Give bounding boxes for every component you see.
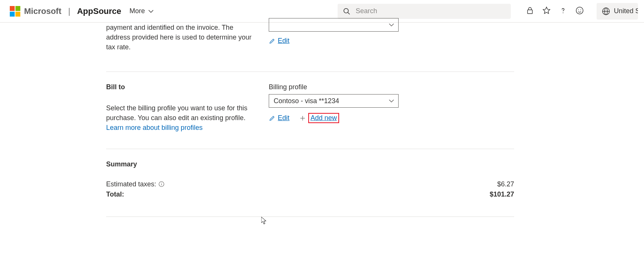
region-label: United Stat: [614, 7, 638, 15]
billing-profile-value: Contoso - visa **1234: [274, 97, 339, 105]
sold-to-select[interactable]: [269, 18, 399, 32]
sold-to-desc-fragment: payment and identified on the invoice. T…: [106, 23, 254, 52]
bill-to-title: Bill to: [106, 83, 254, 91]
summary-title: Summary: [106, 160, 514, 168]
summary-taxes-row: Estimated taxes: $6.27: [106, 180, 514, 188]
svg-rect-2: [528, 10, 533, 14]
pencil-icon: [269, 115, 276, 122]
summary-section: Summary Estimated taxes: $6.27 Total: $1…: [106, 160, 514, 217]
chevron-down-icon: [388, 98, 394, 104]
billing-edit-link[interactable]: Edit: [269, 114, 289, 122]
plus-icon: [299, 115, 306, 122]
bill-to-desc: Select the billing profile you want to u…: [106, 103, 254, 133]
summary-total-row: Total: $101.27: [106, 191, 514, 198]
taxes-value: $6.27: [497, 180, 514, 188]
chevron-down-icon: [388, 22, 394, 28]
svg-point-4: [576, 7, 583, 14]
edit-label: Edit: [278, 114, 289, 122]
billing-profile-select[interactable]: Contoso - visa **1234: [269, 94, 399, 108]
feedback-icon[interactable]: [575, 6, 584, 16]
edit-label: Edit: [278, 37, 289, 45]
sold-to-section: payment and identified on the invoice. T…: [106, 23, 514, 72]
svg-point-14: [161, 183, 161, 183]
region-selector[interactable]: United Stat: [597, 3, 638, 20]
more-label: More: [129, 7, 145, 15]
chevron-down-icon: [148, 8, 154, 14]
add-new-label: Add new: [308, 113, 339, 123]
bill-to-section: Bill to Select the billing profile you w…: [106, 83, 514, 149]
billing-profile-label: Billing profile: [269, 83, 514, 91]
star-icon[interactable]: [542, 6, 551, 16]
microsoft-wordmark: Microsoft: [24, 6, 61, 16]
mouse-cursor-icon: [261, 217, 267, 224]
sold-to-value: [274, 21, 276, 29]
globe-icon: [602, 7, 610, 15]
svg-point-6: [580, 9, 581, 10]
microsoft-logo-icon: [10, 6, 20, 17]
search-input[interactable]: [356, 7, 505, 15]
search-box[interactable]: [338, 4, 511, 19]
svg-point-3: [563, 12, 563, 13]
billing-add-new-link[interactable]: Add new: [299, 113, 339, 123]
sold-to-edit-link[interactable]: Edit: [269, 37, 289, 45]
svg-point-5: [578, 9, 579, 10]
appsource-brand[interactable]: AppSource: [77, 6, 121, 16]
svg-line-1: [348, 12, 350, 14]
pencil-icon: [269, 38, 276, 44]
header-divider: |: [68, 6, 70, 16]
lock-icon[interactable]: [526, 6, 534, 16]
total-label: Total:: [106, 191, 124, 198]
search-icon: [343, 8, 350, 15]
help-icon[interactable]: [559, 6, 567, 16]
svg-point-0: [344, 8, 349, 13]
more-menu[interactable]: More: [129, 7, 154, 15]
learn-billing-link[interactable]: Learn more about billing profiles: [106, 124, 202, 131]
taxes-label: Estimated taxes:: [106, 180, 156, 188]
checkout-main: payment and identified on the invoice. T…: [106, 23, 514, 217]
total-value: $101.27: [490, 191, 514, 198]
info-icon[interactable]: [158, 181, 164, 187]
header-actions: United Stat: [526, 3, 638, 20]
